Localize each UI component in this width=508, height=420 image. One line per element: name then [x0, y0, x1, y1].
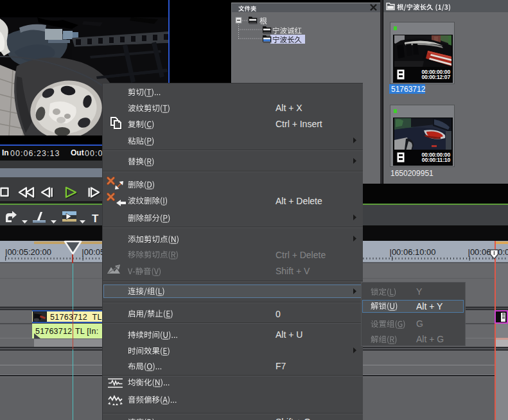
svg-text:T: T — [92, 213, 99, 225]
